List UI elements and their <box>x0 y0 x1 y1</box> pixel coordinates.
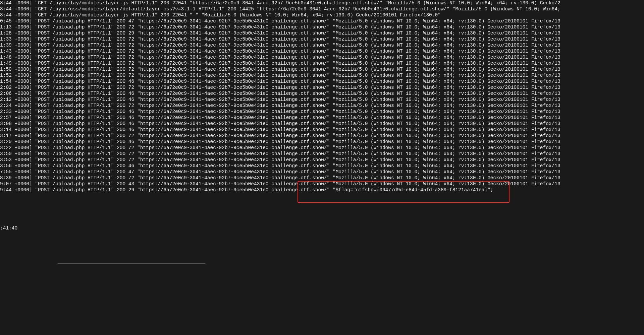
log-line: 1:54 +0000] "POST /upload.php HTTP/1.1" … <box>0 78 644 84</box>
log-line: 1:43 +0000] "POST /upload.php HTTP/1.1" … <box>0 48 644 54</box>
log-line: 1:49 +0000] "POST /upload.php HTTP/1.1" … <box>0 60 644 66</box>
bottom-timestamp: :41:40 <box>0 225 17 231</box>
log-line: 1:52 +0000] "POST /upload.php HTTP/1.1" … <box>0 72 644 78</box>
log-line: 1:39 +0000] "POST /upload.php HTTP/1.1" … <box>0 42 644 48</box>
log-line: 3:20 +0000] "POST /upload.php HTTP/1.1" … <box>0 139 644 145</box>
log-line: 9:44 +0000] "POST /upload.php HTTP/1.1" … <box>0 187 644 193</box>
log-line: 0:45 +0000] "POST /upload.php HTTP/1.1" … <box>0 18 644 24</box>
log-line: 1:28 +0000] "POST /upload.php HTTP/1.1" … <box>0 30 644 36</box>
log-line: 2:12 +0000] "POST /upload.php HTTP/1.1" … <box>0 96 644 103</box>
log-line: 1:48 +0000] "POST /upload.php HTTP/1.1" … <box>0 54 644 60</box>
log-line: 3:22 +0000] "POST /upload.php HTTP/1.1" … <box>0 145 644 151</box>
log-line: 3:14 +0000] "POST /upload.php HTTP/1.1" … <box>0 127 644 133</box>
log-line: 9:07 +0000] "POST /upload.php HTTP/1.1" … <box>0 181 644 187</box>
log-line: 3:56 +0000] "POST /upload.php HTTP/1.1" … <box>0 163 644 169</box>
log-line: 3:50 +0000] "POST /upload.php HTTP/1.1" … <box>0 151 644 157</box>
log-line: 2:24 +0000] "POST /upload.php HTTP/1.1" … <box>0 103 644 109</box>
log-line: 3:08 +0000] "POST /upload.php HTTP/1.1" … <box>0 121 644 127</box>
log-line: 2:06 +0000] "POST /upload.php HTTP/1.1" … <box>0 90 644 96</box>
log-line: 1:33 +0000] "POST /upload.php HTTP/1.1" … <box>0 36 644 42</box>
log-line: 2:02 +0000] "POST /upload.php HTTP/1.1" … <box>0 84 644 90</box>
log-line: 8:44 +0000] "GET /layui/lay/modules/laye… <box>0 12 644 18</box>
log-line: 2:57 +0000] "POST /upload.php HTTP/1.1" … <box>0 115 644 121</box>
log-line: 1:13 +0000] "POST /upload.php HTTP/1.1" … <box>0 24 644 30</box>
log-line: 3:17 +0000] "POST /upload.php HTTP/1.1" … <box>0 133 644 139</box>
log-line: 2:33 +0000] "POST /upload.php HTTP/1.1" … <box>0 109 644 115</box>
log-line: 7:55 +0000] "POST /upload.php HTTP/1.1" … <box>0 169 644 175</box>
log-line: 1:50 +0000] "POST /upload.php HTTP/1.1" … <box>0 66 644 72</box>
log-line: 8:39 +0000] "POST /upload.php HTTP/1.1" … <box>0 175 644 181</box>
log-line: 8:44 +0000] "GET /layui/lay/modules/laye… <box>0 0 644 6</box>
log-line: 8:44 +0000] "GET /layui/css/modules/laye… <box>0 6 644 12</box>
log-line: 3:53 +0000] "POST /upload.php HTTP/1.1" … <box>0 157 644 163</box>
access-log[interactable]: 8:44 +0000] "GET /layui/lay/modules/laye… <box>0 0 644 193</box>
bottom-divider <box>58 263 205 264</box>
